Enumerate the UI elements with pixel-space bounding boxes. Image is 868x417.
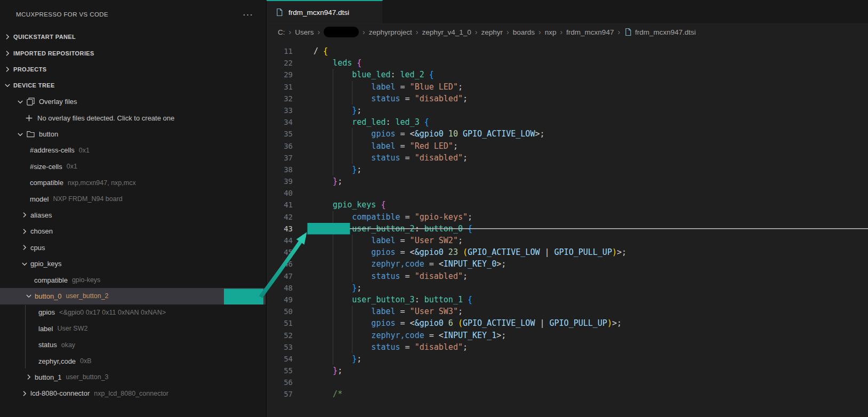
tree-item-model[interactable]: modelNXP FRDM_N94 board	[0, 191, 266, 207]
line-number[interactable]: 38	[267, 164, 293, 175]
code-line-29[interactable]: 29blue_led: led_2 {	[267, 69, 868, 81]
breadcrumb-item-zephyrproject[interactable]: zephyrproject	[369, 28, 412, 36]
line-number[interactable]: 55	[267, 365, 293, 376]
tree-item-gpio-keys[interactable]: gpio_keys	[0, 255, 266, 271]
code-line-41[interactable]: 41gpio_keys {	[267, 199, 868, 211]
code-line-40[interactable]: 40	[267, 187, 868, 199]
tree-item-gpios[interactable]: gpios<&gpio0 0x17 0x11 0xNAN 0xNAN>	[0, 304, 266, 320]
tree-item-compatible[interactable]: compatiblenxp,mcxn947, nxp,mcx	[0, 175, 266, 191]
code-line-48[interactable]: 48};	[267, 282, 868, 294]
code-line-44[interactable]: 44label = "User SW2";	[267, 235, 868, 246]
line-number[interactable]: 50	[267, 306, 293, 317]
tree-item-label[interactable]: labelUser SW2	[0, 320, 266, 336]
code-line-52[interactable]: 52zephyr,code = <INPUT_KEY_1>;	[267, 330, 868, 341]
section-imported-repositories[interactable]: IMPORTED REPOSITORIES	[0, 45, 266, 61]
line-number[interactable]: 48	[267, 282, 293, 294]
line-number[interactable]: 29	[267, 69, 293, 81]
code-line-36[interactable]: 36label = "Red LED";	[267, 140, 868, 152]
tree-item-label: button_1	[35, 373, 62, 381]
line-number[interactable]: 39	[267, 175, 293, 187]
tree-item-cpus[interactable]: cpus	[0, 239, 266, 255]
line-number[interactable]: 46	[267, 258, 293, 270]
more-actions-icon[interactable]: ···	[243, 10, 253, 19]
section-projects[interactable]: PROJECTS	[0, 61, 266, 77]
code-line-55[interactable]: 55};	[267, 365, 868, 376]
tree-item-no-overlay-files-detected-click-to-create-one[interactable]: No overlay files detected. Click to crea…	[0, 110, 266, 126]
code-line-31[interactable]: 31label = "Blue LED";	[267, 81, 868, 93]
code-line-54[interactable]: 54};	[267, 353, 868, 365]
line-number[interactable]: 33	[267, 105, 293, 116]
code-line-43[interactable]: 43user_button_2: button_0 {	[267, 223, 868, 235]
tree-item-chosen[interactable]: chosen	[0, 223, 266, 239]
line-number[interactable]: 56	[267, 376, 293, 388]
tree-item-button-1[interactable]: button_1user_button_3	[0, 369, 266, 385]
code-line-42[interactable]: 42compatible = "gpio-keys";	[267, 211, 868, 223]
tree-item-button[interactable]: button	[0, 126, 266, 142]
line-number[interactable]: 32	[267, 93, 293, 105]
line-number[interactable]: 22	[267, 57, 293, 69]
tree-item-aliases[interactable]: aliases	[0, 207, 266, 223]
line-number[interactable]: 44	[267, 235, 293, 246]
line-number[interactable]: 34	[267, 116, 293, 128]
line-number[interactable]: 42	[267, 211, 293, 223]
section-quickstart-panel[interactable]: QUICKSTART PANEL	[0, 29, 266, 45]
breadcrumb-item-zephyr-v4-1-0[interactable]: zephyr_v4_1_0	[422, 28, 471, 36]
line-number[interactable]: 52	[267, 330, 293, 341]
code-line-11[interactable]: 11/ {	[267, 45, 868, 57]
breadcrumb-item-frdm-mcxn947-dtsi[interactable]: frdm_mcxn947.dtsi	[624, 28, 696, 36]
breadcrumb-item-nxp[interactable]: nxp	[545, 28, 557, 36]
line-number[interactable]: 43	[267, 223, 293, 235]
code-line-33[interactable]: 33};	[267, 105, 868, 116]
line-number[interactable]: 45	[267, 246, 293, 258]
tree-item-size-cells[interactable]: #size-cells0x1	[0, 158, 266, 174]
breadcrumb-item-c[interactable]: C:	[278, 28, 285, 36]
code-line-39[interactable]: 39};	[267, 175, 868, 187]
code-line-37[interactable]: 37status = "disabled";	[267, 152, 868, 164]
code-line-34[interactable]: 34red_led: led_3 {	[267, 116, 868, 128]
tree-item-label: gpios	[38, 308, 55, 316]
code-line-50[interactable]: 50label = "User SW3";	[267, 306, 868, 317]
tree-item-address-cells[interactable]: #address-cells0x1	[0, 142, 266, 158]
section-device-tree[interactable]: DEVICE TREE	[0, 77, 266, 93]
breadcrumb-item-zephyr[interactable]: zephyr	[481, 28, 503, 36]
line-number[interactable]: 53	[267, 341, 293, 353]
breadcrumb-item-frdm-mcxn947[interactable]: frdm_mcxn947	[566, 28, 614, 36]
chevron-right-icon	[3, 33, 12, 41]
code-line-57[interactable]: 57/*	[267, 388, 868, 400]
line-number[interactable]: 41	[267, 199, 293, 211]
line-number[interactable]: 54	[267, 353, 293, 365]
tab-frdm_mcxn947-dtsi[interactable]: frdm_mcxn947.dtsi	[267, 0, 383, 23]
code-line-53[interactable]: 53status = "disabled";	[267, 341, 868, 353]
tree-item-zephyr-code[interactable]: zephyr,code0xB	[0, 353, 266, 369]
breadcrumb-item-users[interactable]: Users	[295, 28, 314, 36]
code-line-49[interactable]: 49user_button_3: button_1 {	[267, 294, 868, 306]
line-number[interactable]: 47	[267, 270, 293, 282]
line-number[interactable]: 51	[267, 317, 293, 329]
line-number[interactable]: 37	[267, 152, 293, 164]
breadcrumb-item-boards[interactable]: boards	[513, 28, 535, 36]
code-line-56[interactable]: 56	[267, 376, 868, 388]
tree-item-button-0[interactable]: button_0user_button_2	[0, 288, 266, 304]
tree-item-compatible[interactable]: compatiblegpio-keys	[0, 272, 266, 288]
code-line-35[interactable]: 35gpios = <&gpio0 10 GPIO_ACTIVE_LOW>;	[267, 128, 868, 140]
breadcrumb-separator: ›	[317, 28, 320, 36]
line-number[interactable]: 49	[267, 294, 293, 306]
code-line-46[interactable]: 46zephyr,code = <INPUT_KEY_0>;	[267, 258, 868, 270]
code-line-22[interactable]: 22leds {	[267, 57, 868, 69]
line-number[interactable]: 57	[267, 388, 293, 400]
line-number[interactable]: 35	[267, 128, 293, 140]
tree-item-status[interactable]: statusokay	[0, 336, 266, 352]
line-number[interactable]: 36	[267, 140, 293, 152]
tree-item-lcd-8080-connector[interactable]: lcd-8080-connectornxp_lcd_8080_connector	[0, 386, 266, 402]
code-line-47[interactable]: 47status = "disabled";	[267, 270, 868, 282]
line-number[interactable]: 31	[267, 81, 293, 93]
code-line-38[interactable]: 38};	[267, 164, 868, 175]
line-number[interactable]: 40	[267, 187, 293, 199]
tree-item-overlay-files[interactable]: Overlay files	[0, 94, 266, 110]
token: "disabled"	[415, 94, 463, 103]
line-number[interactable]: 11	[267, 45, 293, 57]
code-line-51[interactable]: 51gpios = <&gpio0 6 (GPIO_ACTIVE_LOW | G…	[267, 317, 868, 329]
code-line-45[interactable]: 45gpios = <&gpio0 23 (GPIO_ACTIVE_LOW | …	[267, 246, 868, 258]
breadcrumb-separator: ›	[560, 28, 562, 36]
code-line-32[interactable]: 32status = "disabled";	[267, 93, 868, 105]
